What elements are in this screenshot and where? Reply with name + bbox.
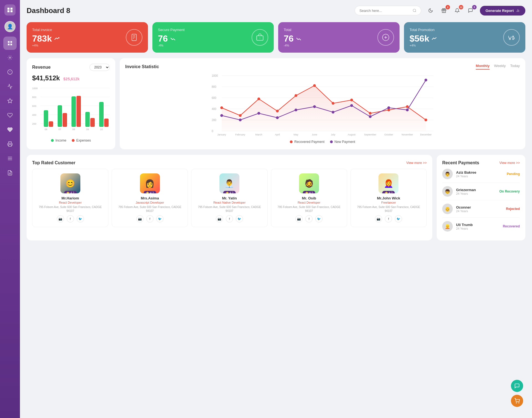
payments-title: Recent Payments (442, 160, 479, 165)
svg-text:0: 0 (212, 130, 213, 133)
svg-rect-47 (44, 110, 48, 127)
instagram-icon-4[interactable]: 📷 (375, 215, 382, 222)
svg-text:07: 07 (58, 128, 61, 131)
sidebar-item-star[interactable] (3, 94, 17, 107)
customer-socials-3: 📷 f 🐦 (275, 215, 344, 222)
svg-text:10: 10 (100, 128, 103, 131)
payment-info-3: Uli Trumb 24 Years (456, 223, 500, 230)
svg-rect-2 (7, 10, 9, 12)
svg-point-80 (313, 84, 316, 87)
invoice-header: Invoice Statistic Monthly Weekly Today (125, 64, 520, 70)
sidebar-item-print[interactable] (3, 137, 17, 151)
customer-name-2: Mr. Yatin (195, 196, 264, 200)
chat-icon-btn[interactable]: 5 (466, 6, 475, 16)
sidebar-item-activity[interactable] (3, 80, 17, 93)
instagram-icon-2[interactable]: 📷 (216, 215, 223, 222)
theme-toggle[interactable] (426, 6, 436, 16)
svg-rect-6 (8, 44, 10, 45)
customers-view-more[interactable]: View more >> (406, 161, 427, 165)
twitter-icon-3[interactable]: 🐦 (315, 215, 323, 222)
generate-report-button[interactable]: Generate Report (480, 6, 525, 16)
customers-grid: 😊 ⭐ 4.2 Mr.Hariom React Developer 795 Fo… (32, 169, 427, 227)
svg-text:June: June (312, 133, 317, 136)
sidebar-item-dashboard[interactable] (3, 37, 17, 50)
sidebar-item-menu[interactable] (3, 152, 17, 165)
svg-point-86 (424, 119, 427, 121)
svg-text:November: November (401, 133, 413, 136)
income-legend: Income (51, 139, 66, 142)
payments-view-more[interactable]: View more >> (499, 161, 520, 165)
cart-fab[interactable] (511, 395, 523, 407)
svg-text:800: 800 (32, 96, 36, 99)
svg-point-77 (257, 98, 260, 100)
tab-monthly[interactable]: Monthly (476, 64, 490, 70)
invoice-title: Invoice Statistic (125, 64, 159, 69)
svg-rect-49 (58, 105, 62, 127)
instagram-icon-1[interactable]: 📷 (136, 215, 144, 222)
sidebar-item-settings[interactable] (3, 51, 17, 64)
support-fab[interactable] (511, 380, 523, 392)
stat-card-invoice: Total invoice 783k +4% (27, 22, 148, 53)
customer-name-1: Mrs.Asima (115, 196, 184, 200)
gift-icon-btn[interactable]: 2 (439, 6, 449, 16)
list-item: 👴 Oconner 24 Years Rejected (442, 200, 520, 218)
svg-text:August: August (348, 133, 356, 136)
svg-point-96 (387, 106, 390, 109)
twitter-icon-4[interactable]: 🐦 (395, 215, 402, 222)
svg-text:600: 600 (212, 96, 216, 99)
customer-role-3: React Developer (275, 201, 344, 204)
payment-status-3: Recovered (503, 224, 520, 228)
stat-card-promo: Total Promotion $56k +4% (404, 22, 525, 53)
svg-rect-5 (11, 41, 12, 43)
svg-text:February: February (235, 133, 245, 136)
payments-header: Recent Payments View more >> (442, 160, 520, 165)
svg-point-87 (220, 114, 223, 117)
sidebar-item-info[interactable] (3, 65, 17, 79)
facebook-icon-2[interactable]: f (226, 215, 233, 222)
customer-role-2: React Native Developer (195, 201, 264, 204)
instagram-icon-3[interactable]: 📷 (295, 215, 303, 222)
top-customers-card: Top Rated Customer View more >> 😊 ⭐ 4.2 … (27, 155, 432, 240)
svg-point-8 (9, 57, 11, 58)
list-item: 👩 ⭐ 4.2 Mrs.Asima Javascript Developer 7… (112, 169, 188, 227)
twitter-icon-0[interactable]: 🐦 (77, 215, 84, 222)
instagram-icon-0[interactable]: 📷 (57, 215, 64, 222)
svg-point-91 (295, 109, 297, 111)
chat-badge: 5 (472, 5, 477, 9)
svg-rect-51 (71, 96, 76, 127)
rating-badge-1: ⭐ 4.2 (144, 191, 156, 193)
search-bar[interactable] (355, 6, 421, 15)
search-input[interactable] (359, 9, 410, 13)
main-content: Dashboard 8 2 12 5 Generate Report (20, 0, 532, 418)
tab-weekly[interactable]: Weekly (494, 64, 506, 70)
sidebar-item-heart[interactable] (3, 109, 17, 122)
year-select[interactable]: 202320222021 (89, 64, 110, 71)
promo-change: +4% (410, 44, 437, 47)
customer-img-1: 👩 ⭐ 4.2 (140, 173, 160, 193)
svg-rect-56 (104, 119, 109, 127)
twitter-icon-2[interactable]: 🐦 (236, 215, 243, 222)
payment-info-1: Griezerman 24 Years (456, 188, 496, 195)
payment-avatar-3: 👱 (442, 221, 453, 232)
facebook-icon-1[interactable]: f (146, 215, 154, 222)
sidebar-logo[interactable] (4, 4, 16, 16)
facebook-icon-4[interactable]: f (385, 215, 392, 222)
customer-img-3: 🧔 ⭐ 4.2 (299, 173, 319, 193)
customer-name-3: Mr. Osib (275, 196, 344, 200)
sidebar-item-doc[interactable] (3, 166, 17, 179)
svg-point-85 (406, 105, 409, 108)
facebook-icon-0[interactable]: f (67, 215, 74, 222)
avatar[interactable]: 👤 (4, 21, 16, 32)
svg-text:06: 06 (45, 128, 47, 131)
twitter-icon-1[interactable]: 🐦 (156, 215, 163, 222)
payment-avatar-1: 👦 (442, 186, 453, 197)
tab-today[interactable]: Today (510, 64, 520, 70)
bell-icon-btn[interactable]: 12 (452, 6, 462, 16)
svg-text:600: 600 (32, 105, 36, 107)
payment-age-3: 24 Years (456, 227, 500, 230)
sidebar-item-heart2[interactable] (3, 123, 17, 136)
facebook-icon-3[interactable]: f (305, 215, 313, 222)
secure-value: 76 (158, 34, 185, 44)
secure-icon (252, 29, 268, 46)
svg-point-92 (313, 105, 316, 108)
